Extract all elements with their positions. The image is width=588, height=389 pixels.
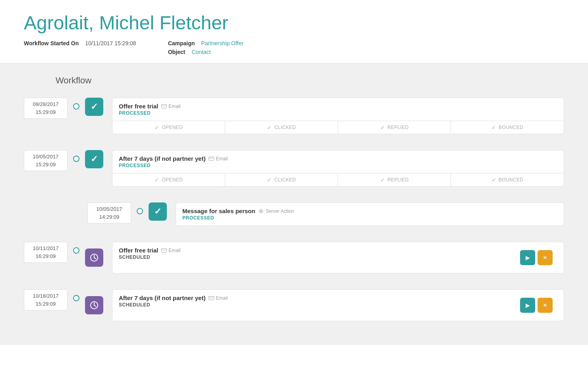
step-name-1: Offer free trial (119, 103, 158, 110)
object-value[interactable]: Contact (191, 49, 211, 55)
workflow-section: Workflow 09/28/2017 15:29:09 ✓ (0, 64, 588, 345)
date-box-1: 09/28/2017 15:29:09 (24, 98, 68, 119)
stat-clicked-1: ✓CLICKED (225, 121, 338, 134)
step-card-content-2b: Message for sales person Server Action (176, 203, 564, 225)
step-card-content-3: Offer free trial Email SCHEDULED (112, 242, 564, 273)
date-box-3: 10/11/2017 16:29:09 (24, 242, 68, 263)
date-box-4: 10/18/2017 15:29:09 (24, 289, 68, 310)
step-type-3: Email (161, 248, 180, 253)
step-type-1: Email (161, 104, 180, 109)
step-icon-2b: ✓ (149, 202, 167, 221)
step-icon-2: ✓ (85, 150, 103, 168)
check-icon-2: ✓ (91, 154, 98, 164)
step-name-row-3: Offer free trial Email (119, 247, 180, 254)
step-card-content-1: Offer free trial Email PROCESSED (112, 98, 564, 121)
step-name-4: After 7 days (if not partner yet) (119, 295, 205, 301)
step-info-3: Offer free trial Email SCHEDULED (119, 247, 180, 260)
step-status-4: SCHEDULED (119, 302, 228, 308)
campaign-value[interactable]: Partnership Offer (201, 40, 243, 46)
workflow-row-1: 09/28/2017 15:29:09 ✓ Offer free trial (24, 98, 564, 134)
step-card-2: After 7 days (if not partner yet) Email … (112, 150, 564, 187)
step-actions-3: ▶ ✕ (520, 247, 557, 268)
timeline-2b (136, 202, 144, 214)
step-card-2b: Message for sales person Server Action (176, 202, 564, 226)
email-icon-3 (161, 248, 167, 252)
workflow-row-4: 10/18/2017 15:29:09 (24, 289, 564, 321)
step-main-2b: Message for sales person Server Action (182, 208, 294, 221)
check-icon-1: ✓ (91, 102, 98, 112)
stat-clicked-2: ✓CLICKED (225, 173, 338, 186)
step-main-4: After 7 days (if not partner yet) Email … (119, 295, 228, 308)
stat-bounced-2: ✓BOUNCED (451, 173, 564, 186)
workflow-row-2b: 10/05/2017 14:29:09 ✓ Message for sales … (87, 202, 564, 226)
email-stats-2: ✓OPENED ✓CLICKED ✓REPLIED ✓BOUNCED (112, 173, 564, 186)
svg-point-2 (260, 210, 262, 212)
timeline-4 (72, 289, 80, 301)
timeline-3 (72, 242, 80, 254)
date-box-2: 10/05/2017 15:29:09 (24, 150, 68, 171)
step-icon-1: ✓ (85, 98, 103, 116)
check-icon-2b: ✓ (154, 206, 161, 217)
step-icon-4 (85, 296, 103, 314)
step-main-3: Offer free trial Email SCHEDULED (119, 247, 180, 260)
step-type-2: Email (209, 156, 228, 162)
cancel-button-4[interactable]: ✕ (538, 298, 553, 313)
step-card-3: Offer free trial Email SCHEDULED (112, 242, 564, 273)
step-actions-4: ▶ ✕ (520, 295, 557, 316)
gear-icon-2b (258, 208, 264, 214)
step-card-4: After 7 days (if not partner yet) Email … (112, 289, 564, 321)
timeline-circle-2b (137, 208, 143, 214)
date-box-2b: 10/05/2017 14:29:09 (87, 202, 131, 223)
workflow-items: 09/28/2017 15:29:09 ✓ Offer free trial (24, 98, 564, 329)
page-header: Agrolait, Michel Fletcher Workflow Start… (0, 0, 588, 64)
step-info-4: After 7 days (if not partner yet) Email … (119, 295, 228, 308)
workflow-title: Workflow (56, 75, 564, 86)
step-info-2b: Message for sales person Server Action (182, 208, 294, 221)
step-name-row-1: Offer free trial Email (119, 103, 180, 110)
step-name-3: Offer free trial (119, 247, 158, 254)
email-stats-1: ✓OPENED ✓CLICKED ✓REPLIED ✓BOUNCED (112, 121, 564, 134)
clock-icon-4 (90, 301, 99, 310)
step-status-3: SCHEDULED (119, 254, 180, 260)
meta-row: Workflow Started On 10/11/2017 15:29:08 … (24, 40, 564, 55)
step-type-2b: Server Action (258, 208, 294, 214)
workflow-started-label: Workflow Started On (24, 40, 79, 46)
campaign-row: Campaign Partnership Offer (168, 40, 244, 46)
step-main-1: Offer free trial Email PROCESSED (119, 103, 180, 116)
timeline-circle-4 (73, 295, 79, 301)
clock-icon-3 (90, 253, 99, 262)
stat-replied-1: ✓REPLIED (338, 121, 451, 134)
play-button-3[interactable]: ▶ (520, 250, 535, 265)
step-status-1: PROCESSED (119, 110, 180, 116)
page-title: Agrolait, Michel Fletcher (24, 12, 564, 34)
timeline-1 (72, 98, 80, 110)
stat-bounced-1: ✓BOUNCED (451, 121, 564, 134)
step-main-2: After 7 days (if not partner yet) Email … (119, 155, 228, 168)
step-status-2: PROCESSED (119, 163, 228, 168)
object-row: Object Contact (168, 49, 244, 55)
stat-replied-2: ✓REPLIED (338, 173, 451, 186)
step-card-content-4: After 7 days (if not partner yet) Email … (112, 290, 564, 321)
timeline-2 (72, 150, 80, 162)
object-label: Object (168, 49, 186, 55)
workflow-row-2: 10/05/2017 15:29:09 ✓ After 7 days (if n… (24, 150, 564, 187)
email-icon-4 (209, 296, 214, 300)
campaign-info: Campaign Partnership Offer Object Contac… (168, 40, 244, 55)
campaign-label: Campaign (168, 40, 195, 46)
step-card-1: Offer free trial Email PROCESSED (112, 98, 564, 134)
step-name-2: After 7 days (if not partner yet) (119, 155, 205, 162)
cancel-button-3[interactable]: ✕ (538, 250, 553, 265)
email-icon-1 (161, 104, 167, 108)
step-name-row-2: After 7 days (if not partner yet) Email (119, 155, 228, 162)
step-type-4: Email (209, 295, 228, 301)
workflow-started-info: Workflow Started On 10/11/2017 15:29:08 (24, 40, 136, 46)
timeline-circle-3 (73, 247, 79, 254)
stat-opened-1: ✓OPENED (112, 121, 225, 134)
step-info-2: After 7 days (if not partner yet) Email … (119, 155, 228, 168)
step-name-row-4: After 7 days (if not partner yet) Email (119, 295, 228, 301)
step-name-row-2b: Message for sales person Server Action (182, 208, 294, 214)
play-button-4[interactable]: ▶ (520, 298, 535, 313)
timeline-circle-1 (73, 103, 79, 110)
email-icon-2 (209, 157, 214, 161)
step-status-2b: PROCESSED (182, 215, 294, 221)
